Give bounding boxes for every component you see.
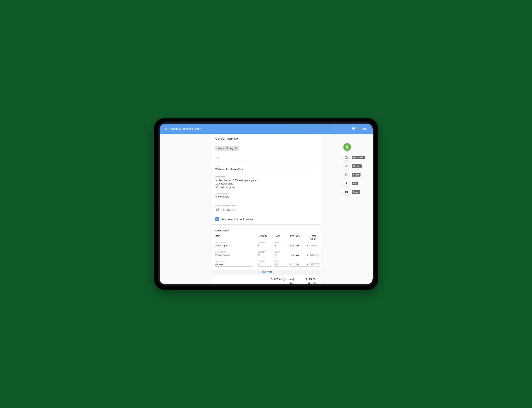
attach-fab-button[interactable] [343, 143, 351, 151]
calendar-icon[interactable] [215, 208, 219, 212]
tax-value: Exc. Tax [290, 263, 299, 266]
totals-section: Sub Total (exc. tax) $125.00 Tax $12.50 … [215, 275, 317, 284]
qty-label: Quantity * [258, 251, 274, 253]
description-field[interactable]: Description 3 x floor lights (+6 500 wat… [215, 176, 317, 189]
cost-heading: Cost Detail [215, 229, 317, 232]
side-item-photo[interactable]: Photo [343, 189, 360, 195]
recipient-chip: Joseph Yeung ✕ [215, 146, 239, 151]
qty-input[interactable] [258, 253, 272, 257]
add-item-button[interactable]: + ADD ITEM [211, 270, 321, 275]
upload-icon [345, 182, 348, 185]
page-title: Create a Purchase Order [170, 127, 201, 130]
tax-value: Exc. Tax [290, 244, 299, 247]
rate-label: Rate * [275, 260, 289, 262]
general-info-card: General Information To Joseph Yeung ✕ CC [211, 134, 321, 224]
side-item-file[interactable]: File [343, 180, 358, 187]
action-required-field[interactable]: Action Required Immediately [215, 193, 317, 199]
side-item-forms[interactable]: Forms [343, 172, 361, 178]
title-value: Wallmart Purchase Order [215, 168, 317, 171]
rate-label: Rate * [275, 251, 289, 253]
cost-columns-header: Item Quantity Rate Tax Type Total Cost [215, 235, 317, 240]
pencil-icon [345, 165, 348, 168]
folder-icon [345, 156, 348, 159]
qty-label: Quantity * [258, 241, 274, 244]
date-value: 26/11/2019 [221, 208, 235, 211]
col-qty: Quantity [258, 235, 274, 240]
rate-input[interactable] [275, 253, 287, 257]
side-label: Markup [352, 164, 362, 168]
subtotal-value: $125.00 [299, 277, 316, 281]
tax-type-select[interactable]: Exc. Tax ▼ [290, 253, 309, 257]
close-icon[interactable]: ✕ [164, 127, 168, 131]
side-label: Forms [352, 173, 361, 177]
chevron-down-icon: ▼ [306, 254, 309, 256]
side-label: File [352, 182, 358, 185]
col-item: Item [215, 235, 257, 240]
title-field[interactable]: Title * Wallmart Purchase Order [215, 165, 317, 172]
overdue-label: Send overdue notifications [221, 218, 253, 221]
item-name-input[interactable] [215, 263, 253, 267]
description-label: Description [215, 176, 317, 178]
item-name-input[interactable] [215, 244, 253, 248]
tax-label: Tax [216, 281, 299, 284]
row-total: $15.00 [310, 244, 318, 248]
action-label: Action Required [215, 193, 317, 195]
cost-row: Item Name * Quantity * Rate * Exc. [215, 241, 317, 248]
item-name-label: Item Name * [215, 241, 257, 244]
chevron-down-icon: ▼ [306, 245, 309, 247]
document-icon [345, 173, 348, 176]
row-total: $100.00 [310, 254, 320, 257]
done-button[interactable]: DONE [360, 127, 368, 130]
paperclip-icon [345, 145, 349, 149]
tax-type-select[interactable]: Exc. Tax ▼ [290, 244, 309, 248]
chevron-down-icon: ▼ [306, 263, 309, 266]
action-value: Immediately [215, 195, 317, 198]
tax-value: Exc. Tax [290, 254, 299, 256]
tablet-device-frame: ✕ Create a Purchase Order DONE General I… [154, 118, 378, 290]
general-heading: General Information [215, 137, 317, 140]
date-label: Expected delivery dates * [215, 204, 317, 206]
preview-icon[interactable] [352, 126, 356, 131]
camera-icon [345, 191, 348, 194]
rate-label: Rate * [275, 241, 289, 244]
cc-field[interactable]: CC [215, 155, 317, 162]
tax-total-value: $12.50 [299, 281, 316, 284]
side-item-documents[interactable]: Documents [343, 154, 365, 161]
col-rate: Rate [275, 235, 289, 240]
qty-input[interactable] [258, 244, 272, 248]
item-name-input[interactable] [215, 253, 253, 257]
rate-input[interactable] [275, 263, 287, 267]
desc-line: 10 x power leads [215, 182, 317, 186]
item-name-label: Item Name * [215, 260, 257, 262]
app-screen: ✕ Create a Purchase Order DONE General I… [160, 124, 373, 285]
side-item-markup[interactable]: Markup [343, 163, 362, 169]
col-tax: Tax Type [290, 235, 310, 240]
col-total: Total Cost [310, 235, 317, 240]
qty-label: Quantity * [258, 260, 274, 262]
attachment-side-panel: Documents Markup Forms File [343, 143, 365, 195]
qty-input[interactable] [258, 263, 272, 267]
cc-label: CC [215, 155, 317, 161]
side-label: Documents [352, 156, 365, 159]
cost-row: Item Name * Quantity * Rate * Exc. [215, 251, 317, 257]
desc-line: 50 x pairs of gloves [215, 186, 317, 189]
tax-type-select[interactable]: Exc. Tax ▼ [290, 263, 309, 267]
to-label: To [215, 143, 317, 145]
date-field[interactable]: Expected delivery dates * 26/11/2019 [215, 204, 317, 213]
item-name-label: Item Name * [215, 251, 257, 253]
row-total: $125.00 [310, 263, 320, 267]
subtotal-label: Sub Total (exc. tax) [216, 277, 299, 281]
title-label: Title * [215, 165, 317, 168]
device-speaker [155, 201, 156, 207]
cost-row: Item Name * Quantity * Rate * Exc. [215, 260, 317, 267]
checkbox-checked-icon[interactable]: ✓ [215, 217, 219, 221]
cost-detail-card: Cost Detail Item Quantity Rate Tax Type … [211, 226, 321, 284]
to-field[interactable]: To Joseph Yeung ✕ [215, 143, 317, 152]
desc-line: 3 x floor lights (+6 500 watt spare glob… [215, 178, 317, 182]
rate-input[interactable] [275, 244, 287, 248]
recipient-name: Joseph Yeung [217, 147, 233, 150]
overdue-checkbox-row[interactable]: ✓ Send overdue notifications [215, 217, 317, 221]
chip-remove-icon[interactable]: ✕ [235, 147, 237, 150]
side-label: Photo [352, 190, 360, 194]
app-header: ✕ Create a Purchase Order DONE [160, 124, 373, 134]
